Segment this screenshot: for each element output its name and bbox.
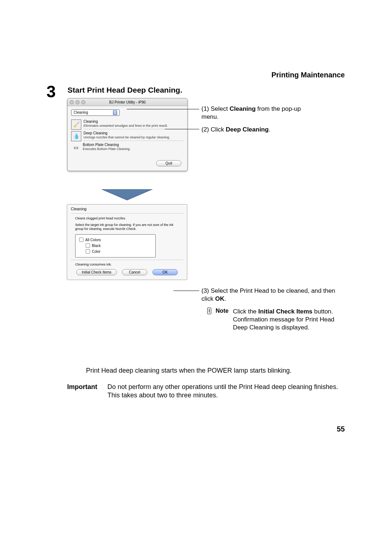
dialog-title: Cleaning (67, 204, 187, 212)
popup-arrows-icon: ▲▼ (113, 110, 117, 115)
callout-3: (3) Select the Print Head to be cleaned,… (201, 287, 347, 303)
checkbox-icon (86, 243, 90, 248)
cleaning-icon: 🧹 (71, 119, 81, 130)
ok-button[interactable]: OK (152, 269, 178, 275)
util-item-cleaning[interactable]: 🧹 Cleaning Eliminates unwanted smudges a… (71, 119, 184, 130)
checkbox-all-colors[interactable]: All Colors (79, 237, 152, 243)
ink-group-box: All Colors Black Color (75, 234, 156, 258)
page-number: 55 (337, 425, 345, 433)
util-item-title: Cleaning (83, 119, 184, 123)
window-title: BJ Printer Utility - iP90 (68, 100, 187, 104)
close-icon[interactable] (70, 100, 74, 104)
important-block: Important Do not perform any other opera… (67, 383, 347, 400)
traffic-lights[interactable] (70, 100, 85, 104)
callout-line-2 (165, 129, 199, 129)
note-block: Note Click the Initial Check Items butto… (207, 308, 349, 332)
flow-arrow-icon (102, 189, 152, 202)
checkbox-icon (79, 238, 83, 242)
util-item-title: Deep Cleaning (83, 131, 184, 135)
body-line-1: Print Head deep cleaning starts when the… (86, 367, 291, 374)
step-number: 3 (46, 82, 56, 101)
dialog-line1: Cleans clogged print head nozzles. (67, 215, 187, 222)
section-header: Printing Maintenance (271, 71, 345, 79)
svg-marker-0 (102, 189, 152, 200)
initial-check-items-button[interactable]: Initial Check Items (76, 269, 117, 275)
mode-popup[interactable]: Cleaning ▲▼ (71, 109, 120, 116)
util-item-desc: Executes Bottom Plate Cleaning. (83, 147, 184, 151)
cleaning-dialog: Cleaning Cleans clogged print head nozzl… (67, 204, 187, 280)
checkbox-icon (86, 249, 90, 254)
util-item-desc: Unclogs nozzles that cannot be cleared b… (83, 135, 184, 139)
step-title: Start Print Head Deep Cleaning. (68, 86, 182, 94)
important-text: Do not perform any other operations unti… (107, 383, 347, 400)
checkbox-black[interactable]: Black (86, 243, 152, 248)
callout-line-3 (173, 291, 199, 291)
util-item-desc: Eliminates unwanted smudges and lines in… (83, 124, 184, 127)
window-titlebar: BJ Printer Utility - iP90 (68, 98, 187, 106)
callout-2: (2) Click Deep Cleaning. (201, 126, 310, 134)
checkbox-label: Black (92, 244, 101, 248)
cancel-button[interactable]: Cancel (122, 269, 147, 275)
bottom-plate-icon: ▭ (71, 143, 81, 152)
checkbox-label: Color (92, 250, 101, 254)
callout-1: (1) Select Cleaning from the pop-up menu… (201, 105, 310, 121)
deep-cleaning-icon: 💧 (71, 131, 81, 141)
note-body: Click the Initial Check Items button. Co… (233, 308, 349, 332)
note-icon (207, 308, 211, 314)
util-item-deep-cleaning[interactable]: 💧 Deep Cleaning Unclogs nozzles that can… (71, 130, 184, 142)
callout-line-1 (127, 109, 199, 109)
note-label: Note (216, 308, 229, 314)
util-item-bottom-plate[interactable]: ▭ Bottom Plate Cleaning Executes Bottom … (71, 142, 184, 153)
popup-value: Cleaning (74, 110, 88, 114)
zoom-icon[interactable] (81, 100, 85, 104)
minimize-icon[interactable] (75, 100, 79, 104)
util-item-title: Bottom Plate Cleaning (83, 143, 184, 147)
checkbox-color[interactable]: Color (86, 248, 152, 254)
quit-button[interactable]: Quit (156, 160, 181, 166)
dialog-line2: Select the target ink group for cleaning… (67, 222, 187, 232)
consumes-ink-note: Cleaning consumes ink. (67, 262, 187, 268)
checkbox-label: All Colors (85, 238, 101, 242)
important-label: Important (67, 383, 102, 400)
